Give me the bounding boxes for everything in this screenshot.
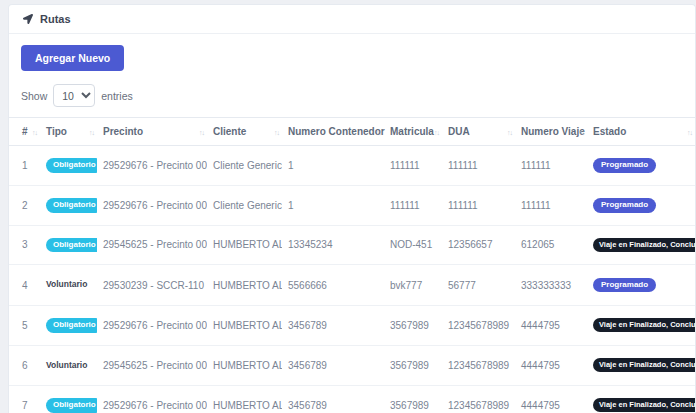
cliente-cell: Cliente Generico: [207, 185, 282, 225]
estado-badge: Programado: [593, 278, 656, 293]
table-row: 6Voluntario29545625 - Precinto 002HUMBER…: [9, 345, 695, 385]
tipo-badge-cell: Obligatorio: [40, 385, 97, 413]
column-header-cliente[interactable]: Cliente↑↓: [207, 118, 282, 146]
tipo-badge-cell: Obligatorio: [40, 185, 97, 225]
viaje-cell: 4444795: [515, 305, 587, 345]
add-new-button[interactable]: Agregar Nuevo: [21, 45, 124, 71]
estado-badge: Viaje en Finalizado, Concluido: [593, 358, 695, 372]
matricula-cell: 111111: [384, 146, 442, 186]
viaje-cell: 4444795: [515, 385, 587, 413]
card-body: Agregar Nuevo Show 10 entries #↑↓Tipo↑↓P…: [9, 34, 695, 413]
tipo-badge-cell: Voluntario: [40, 265, 97, 305]
viaje-cell: 612065: [515, 225, 587, 265]
column-header-dua[interactable]: DUA↑↓: [442, 118, 515, 146]
precinto-cell: 29545625 - Precinto 002: [97, 225, 207, 265]
tipo-badge: Obligatorio: [46, 398, 97, 413]
cliente-cell: HUMBERTO ALVAREZ: [207, 225, 282, 265]
precinto-cell: 29529676 - Precinto 001: [97, 385, 207, 413]
page-title: Rutas: [40, 13, 71, 25]
table-row: 5Obligatorio29529676 - Precinto 001HUMBE…: [9, 305, 695, 345]
column-header-numero-viaje[interactable]: Numero Viaje↑↓: [515, 118, 587, 146]
sort-icon: ↑↓: [32, 128, 37, 135]
show-label: Show: [21, 90, 47, 102]
location-arrow-icon: [23, 14, 33, 24]
table-row: 2Obligatorio29529676 - Precinto 001Clien…: [9, 185, 695, 225]
row-number: 2: [9, 185, 40, 225]
estado-badge-cell: Programado: [587, 265, 695, 305]
routes-card: Rutas Agregar Nuevo Show 10 entries #↑↓T…: [8, 4, 696, 413]
tipo-badge: Obligatorio: [46, 318, 97, 333]
entries-select[interactable]: 10: [53, 84, 95, 107]
sort-icon: ↑↓: [89, 128, 94, 135]
matricula-cell: bvk777: [384, 265, 442, 305]
estado-badge-cell: Programado: [587, 185, 695, 225]
matricula-cell: 3567989: [384, 345, 442, 385]
tipo-badge: Obligatorio: [46, 238, 97, 253]
card-header: Rutas: [9, 5, 695, 34]
tipo-badge-cell: Obligatorio: [40, 146, 97, 186]
sort-icon: ↑↓: [579, 128, 584, 135]
contenedor-cell: 13345234: [282, 225, 384, 265]
dua-cell: 12345678989: [442, 385, 515, 413]
contenedor-cell: 3456789: [282, 385, 384, 413]
contenedor-cell: 3456789: [282, 345, 384, 385]
matricula-cell: 111111: [384, 185, 442, 225]
precinto-cell: 29529676 - Precinto 001: [97, 305, 207, 345]
column-header-precinto[interactable]: Precinto↑↓: [97, 118, 207, 146]
matricula-cell: NOD-451: [384, 225, 442, 265]
cliente-cell: HUMBERTO ALVAREZ: [207, 305, 282, 345]
dua-cell: 56777: [442, 265, 515, 305]
estado-badge-cell: Viaje en Finalizado, Concluido: [587, 385, 695, 413]
tipo-badge: Obligatorio: [46, 198, 97, 213]
estado-badge-cell: Viaje en Finalizado, Concluido: [587, 345, 695, 385]
cliente-cell: HUMBERTO ALVAREZ: [207, 385, 282, 413]
tipo-badge: Obligatorio: [46, 158, 97, 173]
cliente-cell: Cliente Generico: [207, 146, 282, 186]
contenedor-cell: 3456789: [282, 305, 384, 345]
contenedor-cell: 1: [282, 185, 384, 225]
estado-badge-cell: Viaje en Finalizado, Concluido: [587, 305, 695, 345]
header-row: #↑↓Tipo↑↓Precinto↑↓Cliente↑↓Numero Conte…: [9, 118, 695, 146]
sort-icon: ↑↓: [687, 128, 692, 135]
sort-icon: ↑↓: [376, 128, 381, 135]
viaje-cell: 4444795: [515, 345, 587, 385]
viaje-cell: 333333333: [515, 265, 587, 305]
table-head: #↑↓Tipo↑↓Precinto↑↓Cliente↑↓Numero Conte…: [9, 118, 695, 146]
tipo-badge-cell: Voluntario: [40, 345, 97, 385]
dua-cell: 12356657: [442, 225, 515, 265]
table-row: 7Obligatorio29529676 - Precinto 001HUMBE…: [9, 385, 695, 413]
table-row: 1Obligatorio29529676 - Precinto 001Clien…: [9, 146, 695, 186]
column-header--[interactable]: #↑↓: [9, 118, 40, 146]
column-header-matricula[interactable]: Matricula↑↓: [384, 118, 442, 146]
table-body: 1Obligatorio29529676 - Precinto 001Clien…: [9, 146, 695, 413]
row-number: 3: [9, 225, 40, 265]
column-header-tipo[interactable]: Tipo↑↓: [40, 118, 97, 146]
estado-badge-cell: Viaje en Finalizado, Concluido: [587, 225, 695, 265]
sort-icon: ↑↓: [507, 128, 512, 135]
sort-icon: ↑↓: [199, 128, 204, 135]
contenedor-cell: 5566666: [282, 265, 384, 305]
precinto-cell: 29529676 - Precinto 001: [97, 146, 207, 186]
tipo-badge-cell: Obligatorio: [40, 225, 97, 265]
contenedor-cell: 1: [282, 146, 384, 186]
column-header-numero-contenedor[interactable]: Numero Contenedor↑↓: [282, 118, 384, 146]
precinto-cell: 29529676 - Precinto 001: [97, 185, 207, 225]
dua-cell: 111111: [442, 146, 515, 186]
cliente-cell: HUMBERTO ALVAREZ: [207, 265, 282, 305]
estado-badge: Programado: [593, 198, 656, 213]
tipo-badge: Voluntario: [46, 358, 87, 373]
tipo-badge-cell: Obligatorio: [40, 305, 97, 345]
estado-badge: Viaje en Finalizado, Concluido: [593, 398, 695, 412]
viaje-cell: 111111: [515, 146, 587, 186]
estado-badge: Programado: [593, 158, 656, 173]
column-header-estado[interactable]: Estado↑↓: [587, 118, 695, 146]
matricula-cell: 3567989: [384, 305, 442, 345]
row-number: 6: [9, 345, 40, 385]
precinto-cell: 29530239 - SCCR-110: [97, 265, 207, 305]
row-number: 4: [9, 265, 40, 305]
matricula-cell: 3567989: [384, 385, 442, 413]
estado-badge-cell: Programado: [587, 146, 695, 186]
cliente-cell: HUMBERTO ALVAREZ: [207, 345, 282, 385]
table-row: 3Obligatorio29545625 - Precinto 002HUMBE…: [9, 225, 695, 265]
sort-icon: ↑↓: [274, 128, 279, 135]
